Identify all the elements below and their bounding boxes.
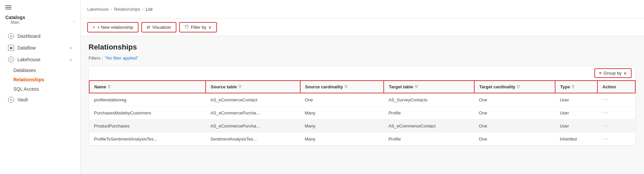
cell-name: PurchasesMadebyCustomers (89, 106, 206, 119)
chevron-down-icon: ∨ (69, 46, 72, 50)
cell-source_table: SentimentAnalysisTes... (206, 133, 300, 146)
cell-name: ProfileToSentimentAnalysisTes... (89, 133, 206, 146)
filter-by-button[interactable]: ⛉ Filter by ∨ (179, 22, 217, 32)
sidebar-item-vault[interactable]: ⊙ Vault (3, 94, 77, 105)
sidebar-item-dataflow[interactable]: ▣ Dataflow ∨ (3, 42, 77, 54)
lakehouse-icon: ⬡ (8, 57, 14, 63)
cell-source_cardinality: Many (300, 133, 384, 146)
cell-target_table: Profile (384, 106, 474, 119)
group-by-chevron-icon: ∨ (624, 71, 627, 76)
sidebar-item-label: Relationships (13, 77, 44, 82)
sidebar-item-label: Databases (13, 68, 36, 73)
new-relationship-button[interactable]: + + New relationship (87, 22, 139, 32)
sidebar-nav: ◎ Dashboard ▣ Dataflow ∨ ⬡ Lakehouse ∧ D… (0, 30, 80, 174)
cell-action[interactable]: ··· (597, 106, 635, 119)
visualizer-icon: ⇄ (147, 25, 150, 30)
sidebar-item-relationships[interactable]: Relationships (0, 75, 80, 84)
action-dots-button[interactable]: ··· (602, 97, 608, 102)
breadcrumb-lakehouse[interactable]: Lakehouse (87, 7, 109, 12)
col-name-label: Name (94, 84, 106, 89)
col-source-table-label: Source table (211, 84, 237, 89)
source-cardinality-filter-icon[interactable]: ▽ (344, 85, 347, 89)
cell-source_cardinality: One (300, 93, 384, 106)
plus-icon: + (93, 25, 95, 30)
col-target-cardinality-label: Target cardinality (479, 84, 515, 89)
sidebar-item-label: SQL Access (13, 86, 39, 92)
col-type[interactable]: Type ▽ (555, 81, 597, 93)
cell-type: User (555, 119, 597, 133)
col-source-cardinality[interactable]: Source cardinality ▽ (300, 81, 384, 93)
cell-source_table: AS_eCommercePurcha... (206, 119, 300, 133)
name-filter-icon[interactable]: ▽ (108, 85, 110, 89)
col-action-label: Action (602, 84, 616, 89)
cell-action[interactable]: ··· (597, 93, 635, 106)
breadcrumb-sep-2: › (142, 7, 144, 12)
action-dots-button[interactable]: ··· (602, 110, 608, 115)
sidebar-header (0, 0, 80, 12)
cell-source_cardinality: Many (300, 119, 384, 133)
cell-target_cardinality: One (474, 133, 555, 146)
cell-action[interactable]: ··· (597, 119, 635, 133)
breadcrumb-relationships[interactable]: Relationships (114, 7, 140, 12)
toolbar: + + New relationship ⇄ Visualizer ⛉ Filt… (80, 19, 644, 36)
sidebar-item-dashboard[interactable]: ◎ Dashboard (3, 30, 77, 42)
dataflow-icon: ▣ (8, 45, 14, 51)
cell-source_cardinality: Many (300, 106, 384, 119)
action-dots-button[interactable]: ··· (602, 136, 608, 142)
sidebar-item-label: Dashboard (17, 33, 41, 39)
sidebar-item-label: Vault (17, 97, 28, 102)
cell-source_table: AS_eCommercePurcha... (206, 106, 300, 119)
table-row: ProfileToSentimentAnalysisTes...Sentimen… (89, 133, 635, 146)
breadcrumb: Lakehouse › Relationships › List (87, 7, 637, 12)
new-relationship-label: + New relationship (97, 25, 133, 30)
page-title: Relationships (89, 43, 636, 52)
table-header-row: ≡ Group by ∨ (89, 66, 636, 80)
cell-type: User (555, 93, 597, 106)
filters-value: "No filter applied" (105, 56, 139, 61)
group-by-label: Group by (604, 71, 622, 76)
action-dots-button[interactable]: ··· (602, 123, 608, 128)
breadcrumb-sep-1: › (111, 7, 112, 12)
data-table: Name ▽ Source table ▽ So (89, 80, 636, 145)
topbar: Lakehouse › Relationships › List (80, 0, 644, 19)
cell-action[interactable]: ··· (597, 133, 635, 146)
hamburger-icon[interactable] (5, 5, 11, 9)
type-filter-icon[interactable]: ▽ (572, 85, 574, 89)
cell-name: ProductPurchases (89, 119, 206, 133)
col-name[interactable]: Name ▽ (89, 81, 206, 93)
col-action: Action (597, 81, 635, 93)
cell-target_table: Profile (384, 133, 474, 146)
col-target-table[interactable]: Target table ▽ (384, 81, 474, 93)
col-source-table[interactable]: Source table ▽ (206, 81, 300, 93)
visualizer-label: Visualizer (152, 25, 171, 30)
filter-icon: ⛉ (184, 25, 189, 30)
catalogs-title: Catalogs (5, 15, 25, 20)
group-by-icon: ≡ (599, 71, 602, 76)
sidebar-item-label: Dataflow (17, 45, 36, 51)
visualizer-button[interactable]: ⇄ Visualizer (141, 22, 176, 32)
sidebar-item-label: Lakehouse (17, 57, 41, 62)
catalogs-section[interactable]: Catalogs Main › (0, 12, 80, 30)
sidebar-item-databases[interactable]: Databases (0, 66, 80, 75)
sidebar-item-lakehouse[interactable]: ⬡ Lakehouse ∧ (3, 54, 77, 65)
filter-chevron-icon: ∨ (208, 25, 212, 30)
target-cardinality-filter-icon[interactable]: ▽ (517, 85, 520, 89)
col-source-cardinality-label: Source cardinality (305, 84, 343, 89)
sidebar-item-sql-access[interactable]: SQL Access (0, 84, 80, 94)
col-target-cardinality[interactable]: Target cardinality ▽ (474, 81, 555, 93)
dashboard-icon: ◎ (8, 33, 14, 39)
cell-name: profilerelationreg (89, 93, 206, 106)
cell-source_table: AS_eCommerceContact (206, 93, 300, 106)
table-row: ProductPurchasesAS_eCommercePurcha...Man… (89, 119, 635, 133)
catalogs-sub: Main (5, 20, 25, 27)
filters-label: Filters : (89, 56, 103, 61)
source-table-filter-icon[interactable]: ▽ (238, 85, 241, 89)
group-by-button[interactable]: ≡ Group by ∨ (594, 68, 632, 78)
filters-row: Filters : "No filter applied" (89, 56, 636, 61)
cell-target_cardinality: One (474, 119, 555, 133)
relationships-table: ≡ Group by ∨ Name ▽ (89, 66, 636, 146)
breadcrumb-list: List (146, 7, 152, 12)
target-table-filter-icon[interactable]: ▽ (415, 85, 418, 89)
catalogs-chevron-icon: › (73, 19, 75, 23)
table-row: profilerelationregAS_eCommerceContactOne… (89, 93, 635, 106)
